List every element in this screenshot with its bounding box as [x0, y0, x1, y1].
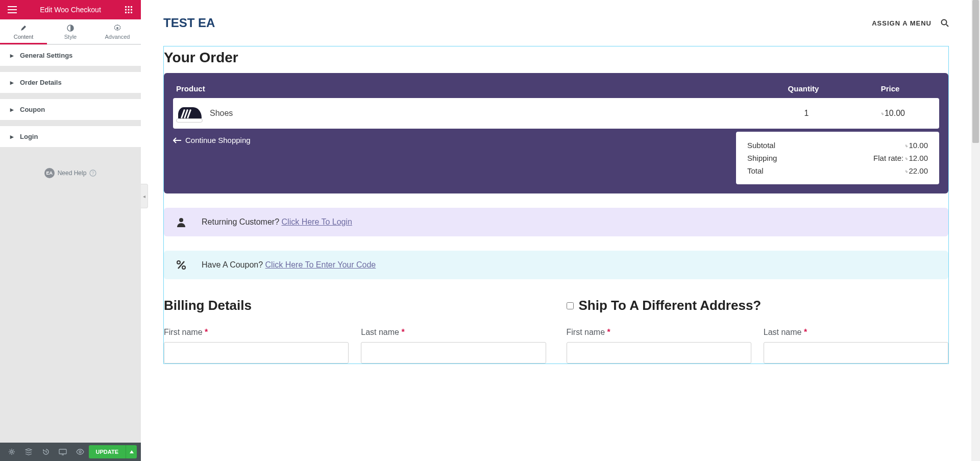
- navigator-icon[interactable]: [20, 443, 38, 461]
- caret-right-icon: ▸: [10, 79, 14, 86]
- last-name-label: Last name *: [764, 328, 807, 337]
- site-brand[interactable]: TEST EA: [163, 16, 215, 30]
- product-price: ৳10.00: [847, 109, 939, 118]
- tab-label: Content: [14, 34, 34, 40]
- woo-checkout-widget[interactable]: Your Order Product Quantity Price Sh: [163, 46, 949, 364]
- search-icon[interactable]: [941, 19, 949, 27]
- history-icon[interactable]: [37, 443, 55, 461]
- first-name-label: First name *: [164, 328, 208, 337]
- svg-point-15: [79, 451, 81, 453]
- svg-rect-3: [125, 9, 127, 11]
- svg-rect-14: [59, 449, 66, 454]
- tab-advanced[interactable]: Advanced: [94, 19, 141, 44]
- section-label: Coupon: [20, 106, 45, 113]
- section-label: Login: [20, 133, 38, 140]
- billing-last-name-input[interactable]: [361, 342, 546, 363]
- shipping-details: Ship To A Different Address? First name …: [567, 298, 949, 363]
- elementor-panel: Edit Woo Checkout Content Style Advanced: [0, 0, 141, 461]
- shipping-last-name-input[interactable]: [764, 342, 948, 363]
- tab-label: Style: [64, 34, 77, 40]
- svg-point-18: [177, 261, 180, 264]
- panel-tabs: Content Style Advanced: [0, 19, 141, 44]
- main-scrollbar[interactable]: [971, 0, 980, 461]
- assign-menu-link[interactable]: ASSIGN A MENU: [872, 19, 932, 27]
- col-price-header: Price: [844, 84, 936, 93]
- section-coupon[interactable]: ▸ Coupon: [0, 99, 141, 120]
- order-title: Your Order: [164, 46, 948, 73]
- svg-rect-4: [128, 9, 130, 11]
- tab-content[interactable]: Content: [0, 19, 47, 44]
- caret-right-icon: ▸: [10, 52, 14, 59]
- product-qty: 1: [766, 109, 847, 118]
- continue-shopping-link[interactable]: Continue Shopping: [173, 136, 251, 144]
- need-help[interactable]: EA Need Help ?: [0, 168, 141, 178]
- caret-right-icon: ▸: [10, 133, 14, 140]
- panel-title: Edit Woo Checkout: [18, 6, 122, 14]
- svg-text:?: ?: [92, 171, 94, 176]
- shipping-last-name-field: Last name *: [764, 328, 948, 363]
- section-label: General Settings: [20, 52, 72, 59]
- panel-collapse-handle[interactable]: ◂: [141, 184, 148, 208]
- section-login[interactable]: ▸ Login: [0, 126, 141, 148]
- order-table-head: Product Quantity Price: [171, 80, 941, 98]
- coupon-text: Have A Coupon? Click Here To Enter Your …: [202, 260, 376, 270]
- svg-point-10: [116, 27, 118, 29]
- gear-icon: [94, 25, 141, 32]
- section-order-details[interactable]: ▸ Order Details: [0, 71, 141, 93]
- order-box: Product Quantity Price Shoes 1: [164, 73, 948, 193]
- total-label: Total: [747, 166, 764, 175]
- continue-label: Continue Shopping: [185, 136, 251, 144]
- scrollbar-thumb[interactable]: [972, 0, 979, 143]
- responsive-icon[interactable]: [55, 443, 72, 461]
- coupon-notice: Have A Coupon? Click Here To Enter Your …: [164, 251, 948, 279]
- preview-icon[interactable]: [71, 443, 89, 461]
- login-link[interactable]: Click Here To Login: [282, 217, 352, 226]
- shipping-title: Ship To A Different Address?: [567, 298, 949, 313]
- shoe-image: [175, 102, 204, 125]
- ship-different-checkbox[interactable]: [567, 302, 574, 309]
- billing-grid: Billing Details First name * Last name *…: [164, 298, 948, 363]
- currency-symbol: ৳: [881, 110, 884, 116]
- svg-rect-5: [131, 9, 132, 11]
- shipping-first-name-field: First name *: [567, 328, 751, 363]
- product-name: Shoes: [206, 109, 766, 118]
- panel-footer: UPDATE: [0, 443, 141, 461]
- tab-label: Advanced: [105, 34, 130, 40]
- shipping-first-name-input[interactable]: [567, 342, 751, 363]
- subtotal-label: Subtotal: [747, 141, 775, 150]
- order-row: Shoes 1 ৳10.00: [173, 98, 939, 129]
- billing-first-name-input[interactable]: [164, 342, 349, 363]
- tab-style[interactable]: Style: [47, 19, 94, 44]
- shipping-value: Flat rate: ৳12.00: [873, 154, 928, 162]
- product-thumb: [173, 102, 206, 125]
- svg-point-16: [942, 20, 947, 25]
- svg-point-13: [11, 451, 13, 453]
- subtotal-value: ৳10.00: [905, 141, 928, 150]
- svg-rect-6: [125, 12, 127, 13]
- settings-icon[interactable]: [3, 443, 20, 461]
- billing-last-name-field: Last name *: [361, 328, 546, 363]
- update-button[interactable]: UPDATE: [89, 445, 126, 458]
- coupon-link[interactable]: Click Here To Enter Your Code: [265, 260, 376, 269]
- billing-first-name-field: First name *: [164, 328, 349, 363]
- percent-icon: [175, 260, 187, 270]
- preview-area: TEST EA ASSIGN A MENU Your Order Product…: [141, 0, 971, 461]
- apps-icon[interactable]: [122, 4, 135, 16]
- update-dropdown-button[interactable]: [126, 445, 137, 458]
- need-help-label: Need Help: [58, 169, 87, 177]
- login-notice: Returning Customer? Click Here To Login: [164, 208, 948, 236]
- svg-point-17: [179, 218, 183, 222]
- help-icon: ?: [89, 169, 96, 177]
- col-qty-header: Quantity: [763, 84, 844, 93]
- billing-details: Billing Details First name * Last name *: [164, 298, 546, 363]
- panel-sections: ▸ General Settings ▸ Order Details ▸ Cou…: [0, 44, 141, 443]
- svg-rect-7: [128, 12, 130, 13]
- login-text: Returning Customer? Click Here To Login: [202, 217, 352, 227]
- update-group: UPDATE: [89, 445, 137, 458]
- arrow-left-icon: [173, 137, 181, 143]
- section-general-settings[interactable]: ▸ General Settings: [0, 44, 141, 66]
- svg-rect-1: [128, 6, 130, 8]
- svg-rect-2: [131, 6, 132, 8]
- menu-icon[interactable]: [6, 4, 18, 16]
- first-name-label: First name *: [567, 328, 610, 337]
